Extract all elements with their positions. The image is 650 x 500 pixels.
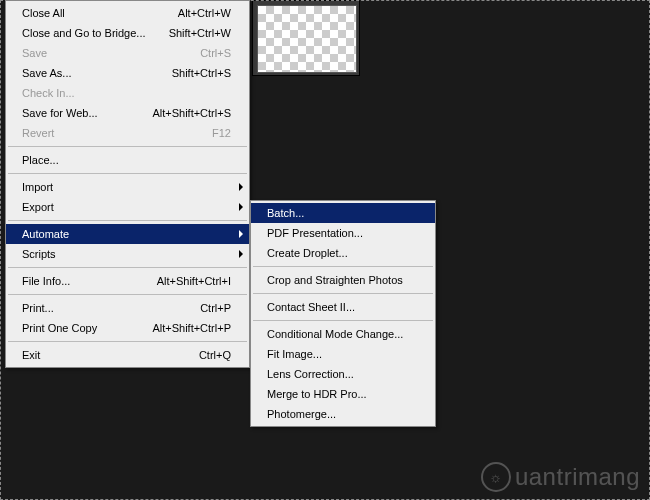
submenu-item[interactable]: Contact Sheet II... xyxy=(251,297,435,317)
bulb-icon: ☼ xyxy=(481,462,511,492)
menu-item[interactable]: Close and Go to Bridge...Shift+Ctrl+W xyxy=(6,23,249,43)
menu-item-label: Contact Sheet II... xyxy=(267,300,355,314)
menu-item: Check In... xyxy=(6,83,249,103)
menu-item-label: Check In... xyxy=(22,86,75,100)
menu-item[interactable]: Save As...Shift+Ctrl+S xyxy=(6,63,249,83)
menu-item[interactable]: Import xyxy=(6,177,249,197)
document-canvas xyxy=(252,0,360,76)
menu-item-label: Merge to HDR Pro... xyxy=(267,387,367,401)
submenu-item[interactable]: Create Droplet... xyxy=(251,243,435,263)
menu-item-label: Save for Web... xyxy=(22,106,98,120)
submenu-item[interactable]: Lens Correction... xyxy=(251,364,435,384)
menu-item-label: Close All xyxy=(22,6,65,20)
menu-item-label: Save xyxy=(22,46,47,60)
submenu-item[interactable]: Batch... xyxy=(251,203,435,223)
menu-separator xyxy=(8,146,247,147)
menu-item-label: File Info... xyxy=(22,274,70,288)
chevron-right-icon xyxy=(239,183,243,191)
menu-item[interactable]: File Info...Alt+Shift+Ctrl+I xyxy=(6,271,249,291)
menu-item-label: PDF Presentation... xyxy=(267,226,363,240)
menu-separator xyxy=(253,293,433,294)
menu-item[interactable]: Close AllAlt+Ctrl+W xyxy=(6,3,249,23)
menu-separator xyxy=(8,341,247,342)
menu-item-shortcut: Ctrl+Q xyxy=(199,348,231,362)
menu-item-label: Create Droplet... xyxy=(267,246,348,260)
menu-item-shortcut: Shift+Ctrl+W xyxy=(169,26,231,40)
menu-item: RevertF12 xyxy=(6,123,249,143)
submenu-item[interactable]: PDF Presentation... xyxy=(251,223,435,243)
menu-item-label: Exit xyxy=(22,348,40,362)
menu-separator xyxy=(8,294,247,295)
menu-item[interactable]: Export xyxy=(6,197,249,217)
submenu-item[interactable]: Conditional Mode Change... xyxy=(251,324,435,344)
submenu-item[interactable]: Fit Image... xyxy=(251,344,435,364)
automate-submenu[interactable]: Batch...PDF Presentation...Create Drople… xyxy=(250,200,436,427)
menu-item[interactable]: Save for Web...Alt+Shift+Ctrl+S xyxy=(6,103,249,123)
submenu-item[interactable]: Crop and Straighten Photos xyxy=(251,270,435,290)
menu-item[interactable]: Automate xyxy=(6,224,249,244)
menu-item-label: Photomerge... xyxy=(267,407,336,421)
chevron-right-icon xyxy=(239,203,243,211)
menu-item-shortcut: Alt+Shift+Ctrl+P xyxy=(152,321,231,335)
menu-separator xyxy=(8,220,247,221)
menu-item-label: Import xyxy=(22,180,53,194)
menu-item-shortcut: F12 xyxy=(212,126,231,140)
menu-item[interactable]: Scripts xyxy=(6,244,249,264)
menu-item-shortcut: Alt+Shift+Ctrl+S xyxy=(152,106,231,120)
menu-item: SaveCtrl+S xyxy=(6,43,249,63)
transparency-checker xyxy=(257,5,357,73)
menu-item[interactable]: ExitCtrl+Q xyxy=(6,345,249,365)
menu-item-label: Lens Correction... xyxy=(267,367,354,381)
menu-item-label: Print... xyxy=(22,301,54,315)
menu-item-shortcut: Shift+Ctrl+S xyxy=(172,66,231,80)
menu-item-label: Save As... xyxy=(22,66,72,80)
menu-separator xyxy=(253,266,433,267)
menu-separator xyxy=(8,267,247,268)
menu-item-label: Automate xyxy=(22,227,69,241)
menu-item-shortcut: Alt+Ctrl+W xyxy=(178,6,231,20)
submenu-item[interactable]: Merge to HDR Pro... xyxy=(251,384,435,404)
menu-item-label: Revert xyxy=(22,126,54,140)
menu-item[interactable]: Place... xyxy=(6,150,249,170)
menu-item-label: Conditional Mode Change... xyxy=(267,327,403,341)
menu-item-label: Place... xyxy=(22,153,59,167)
menu-item-shortcut: Ctrl+P xyxy=(200,301,231,315)
menu-item-label: Print One Copy xyxy=(22,321,97,335)
watermark: ☼ uantrimang xyxy=(481,462,640,492)
menu-item-label: Crop and Straighten Photos xyxy=(267,273,403,287)
watermark-text: uantrimang xyxy=(515,463,640,491)
menu-item-shortcut: Ctrl+S xyxy=(200,46,231,60)
menu-separator xyxy=(253,320,433,321)
chevron-right-icon xyxy=(239,230,243,238)
menu-item-shortcut: Alt+Shift+Ctrl+I xyxy=(157,274,231,288)
menu-item[interactable]: Print...Ctrl+P xyxy=(6,298,249,318)
menu-item-label: Close and Go to Bridge... xyxy=(22,26,146,40)
submenu-item[interactable]: Photomerge... xyxy=(251,404,435,424)
menu-item[interactable]: Print One CopyAlt+Shift+Ctrl+P xyxy=(6,318,249,338)
menu-item-label: Batch... xyxy=(267,206,304,220)
chevron-right-icon xyxy=(239,250,243,258)
menu-item-label: Scripts xyxy=(22,247,56,261)
menu-item-label: Export xyxy=(22,200,54,214)
menu-item-label: Fit Image... xyxy=(267,347,322,361)
menu-separator xyxy=(8,173,247,174)
file-menu[interactable]: Close AllAlt+Ctrl+WClose and Go to Bridg… xyxy=(5,0,250,368)
